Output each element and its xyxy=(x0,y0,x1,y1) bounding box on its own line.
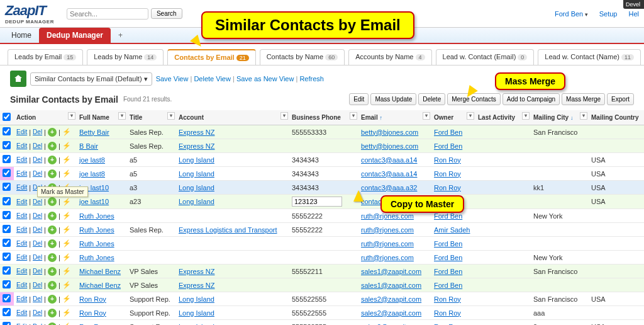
col-country[interactable]: Mailing Country xyxy=(589,110,644,125)
owner-link[interactable]: Ron Roy xyxy=(434,184,461,191)
row-edit-link[interactable]: Edit xyxy=(16,212,27,219)
row-del-link[interactable]: Del xyxy=(33,156,42,163)
row-del-link[interactable]: Del xyxy=(33,170,42,177)
row-checkbox[interactable] xyxy=(3,169,11,177)
row-checkbox[interactable] xyxy=(3,211,11,219)
account-link[interactable]: Long Island xyxy=(179,184,214,191)
row-checkbox[interactable] xyxy=(3,308,11,316)
row-del-link[interactable]: Del xyxy=(33,309,42,316)
row-checkbox[interactable] xyxy=(3,253,11,261)
refresh-link[interactable]: Refresh xyxy=(299,75,324,83)
row-del-link[interactable]: Del xyxy=(33,268,42,275)
row-del-link[interactable]: Del xyxy=(33,295,42,302)
select-all-checkbox[interactable] xyxy=(3,113,11,121)
col-fullname[interactable]: Full Name▾ xyxy=(77,110,127,125)
bolt-icon[interactable]: ⚡ xyxy=(62,128,71,136)
account-link[interactable]: Express NZ xyxy=(179,282,214,289)
email-link[interactable]: sales1@zaapit.com xyxy=(361,268,421,275)
add-icon[interactable]: + xyxy=(48,267,57,276)
bolt-icon[interactable]: ⚡ xyxy=(62,267,71,275)
colmenu-icon[interactable]: ▾ xyxy=(522,112,530,120)
col-city[interactable]: Mailing City ↓▾ xyxy=(531,110,589,125)
row-checkbox[interactable] xyxy=(3,197,11,205)
row-del-link[interactable]: Del xyxy=(33,128,42,135)
email-link[interactable]: sales1@zaapit.com xyxy=(361,282,421,289)
row-del-link[interactable]: Del xyxy=(33,282,42,288)
delete-view-link[interactable]: Delete View xyxy=(194,75,231,83)
bolt-icon[interactable]: ⚡ xyxy=(62,309,71,317)
subtab[interactable]: Leads by Name14 xyxy=(87,49,164,65)
colmenu-icon[interactable]: ▾ xyxy=(68,112,75,120)
row-edit-link[interactable]: Edit xyxy=(16,170,27,177)
row-checkbox[interactable] xyxy=(3,225,11,233)
account-link[interactable]: Long Island xyxy=(179,309,214,317)
add-icon[interactable]: + xyxy=(48,281,57,290)
row-edit-link[interactable]: Edit xyxy=(16,268,27,275)
add-icon[interactable]: + xyxy=(48,142,57,151)
row-checkbox[interactable] xyxy=(3,141,11,149)
phone-input[interactable] xyxy=(292,197,342,207)
col-phone[interactable]: Business Phone▾ xyxy=(289,110,358,125)
row-checkbox[interactable] xyxy=(3,294,11,302)
owner-link[interactable]: Ron Roy xyxy=(434,156,461,164)
owner-link[interactable]: Ford Ben xyxy=(434,128,462,136)
email-link[interactable]: sales2@zaapit.com xyxy=(361,323,421,326)
colmenu-icon[interactable]: ▾ xyxy=(467,112,474,120)
row-edit-link[interactable]: Edit xyxy=(16,226,27,233)
bolt-icon[interactable]: ⚡ xyxy=(62,239,71,248)
search-button[interactable]: Search xyxy=(151,8,182,19)
bolt-icon[interactable]: ⚡ xyxy=(62,198,71,206)
subtab[interactable]: Contacts by Name60 xyxy=(260,49,345,65)
account-link[interactable]: Long Island xyxy=(179,198,214,205)
row-edit-link[interactable]: Edit xyxy=(16,184,27,191)
add-icon[interactable]: + xyxy=(48,322,57,326)
account-link[interactable]: Express NZ xyxy=(179,128,214,136)
add-icon[interactable]: + xyxy=(48,212,57,220)
name-link[interactable]: Ruth Jones xyxy=(79,226,114,234)
email-link[interactable]: ruth@rjones.com xyxy=(361,226,414,234)
mass-update-button[interactable]: Mass Update xyxy=(370,93,416,105)
owner-link[interactable]: Ron Roy xyxy=(434,323,461,326)
row-checkbox[interactable] xyxy=(3,183,11,191)
add-icon[interactable]: + xyxy=(48,239,57,248)
email-link[interactable]: ruth@rjones.com xyxy=(361,254,414,261)
add-icon[interactable]: + xyxy=(48,253,57,262)
name-link[interactable]: Michael Benz xyxy=(79,282,121,289)
add-icon[interactable]: + xyxy=(48,197,57,206)
row-edit-link[interactable]: Edit xyxy=(16,198,27,205)
colmenu-icon[interactable]: ▾ xyxy=(280,112,288,120)
mass-merge-button[interactable]: Mass Merge xyxy=(562,93,605,105)
owner-link[interactable]: Ford Ben xyxy=(434,212,462,220)
colmenu-icon[interactable]: ▾ xyxy=(350,112,357,120)
bolt-icon[interactable]: ⚡ xyxy=(62,295,71,303)
bolt-icon[interactable]: ⚡ xyxy=(62,156,71,164)
setup-link[interactable]: Setup xyxy=(599,10,618,18)
owner-link[interactable]: Ford Ben xyxy=(434,254,462,261)
home-icon[interactable] xyxy=(10,71,26,87)
add-icon[interactable]: + xyxy=(48,309,57,317)
user-menu[interactable]: Ford Ben xyxy=(555,10,588,18)
row-edit-link[interactable]: Edit xyxy=(16,142,27,149)
col-lastactivity[interactable]: Last Activity▾ xyxy=(475,110,531,125)
row-checkbox[interactable] xyxy=(3,239,11,247)
email-link[interactable]: betty@bjones.com xyxy=(361,142,418,150)
row-edit-link[interactable]: Edit xyxy=(16,254,27,261)
subtab[interactable]: Lead w. Contact (Email)0 xyxy=(436,49,535,65)
name-link[interactable]: Betty Bair xyxy=(79,128,109,136)
row-edit-link[interactable]: Edit xyxy=(16,128,27,135)
help-link[interactable]: Hel xyxy=(628,10,639,18)
row-checkbox[interactable] xyxy=(3,280,11,288)
view-select[interactable]: Similar Contacts by Email (Default) ▾ xyxy=(30,72,152,86)
email-link[interactable]: contac3@aaa.a32 xyxy=(361,184,417,191)
name-link[interactable]: Ruth Jones xyxy=(79,254,114,261)
row-del-link[interactable]: Del xyxy=(33,198,42,205)
col-owner[interactable]: Owner▾ xyxy=(431,110,475,125)
row-edit-link[interactable]: Edit xyxy=(16,240,27,247)
subtab[interactable]: Leads by Email15 xyxy=(8,49,83,65)
bolt-icon[interactable]: ⚡ xyxy=(62,142,71,150)
owner-link[interactable]: Amir Sadeh xyxy=(434,226,470,234)
subtab[interactable]: Accounts by Name4 xyxy=(348,49,431,65)
saveas-view-link[interactable]: Save as New View xyxy=(236,75,294,83)
row-edit-link[interactable]: Edit xyxy=(16,156,27,163)
col-title[interactable]: Title▾ xyxy=(127,110,176,125)
